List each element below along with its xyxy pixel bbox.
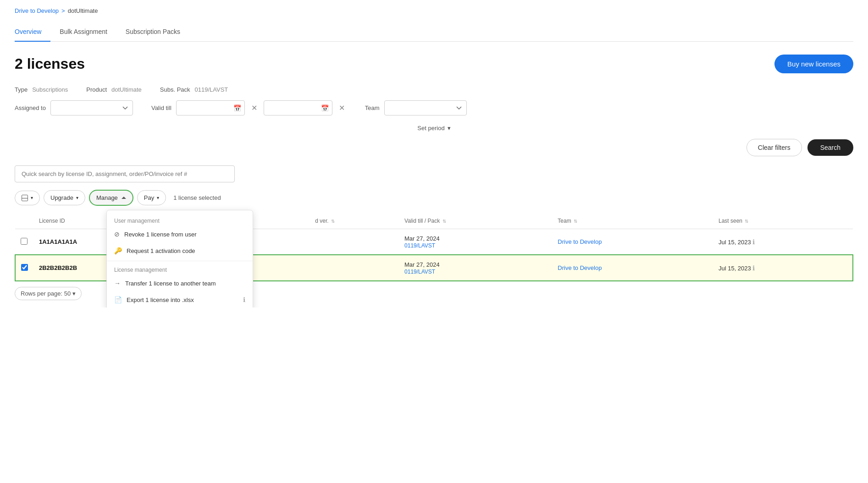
subs-pack-value: 0119/LAVST	[195, 86, 228, 93]
row2-pack-link[interactable]: 0119/LAVST	[404, 269, 435, 275]
col-checkbox	[15, 213, 33, 229]
row1-pack-link[interactable]: 0119/LAVST	[404, 242, 435, 249]
checkbox-dropdown-button[interactable]: ― ▾	[15, 191, 40, 205]
row1-dver-cell	[310, 229, 399, 255]
assigned-to-label: Assigned to	[15, 104, 46, 111]
rows-per-page-label: Rows per page: 50	[21, 290, 71, 297]
manage-up-arrow-icon	[122, 197, 126, 199]
set-period-chevron-icon: ▾	[448, 125, 451, 132]
row2-last-seen: Jul 15, 2023	[719, 265, 751, 272]
row2-team-link[interactable]: Drive to Develop	[558, 264, 602, 271]
row1-valid-till: Mar 27, 2024	[404, 235, 547, 242]
filters-section: Type Subscriptions Product dotUltimate S…	[15, 86, 853, 156]
manage-button[interactable]: Manage	[89, 190, 133, 206]
filter-product-group: Product dotUltimate	[86, 86, 142, 93]
filter-row-2: Assigned to Valid till 📅 ✕ 📅 ✕	[15, 100, 853, 115]
export-icon: 📄	[114, 296, 122, 303]
row1-last-seen-cell: Jul 15, 2023 ℹ	[713, 229, 853, 255]
valid-till-date-from[interactable]	[176, 100, 245, 115]
valid-till-label: Valid till	[151, 104, 171, 111]
rows-per-page-dropdown[interactable]: Rows per page: 50 ▾	[15, 287, 82, 300]
quick-search-input[interactable]	[15, 165, 235, 182]
clear-filters-button[interactable]: Clear filters	[746, 139, 802, 156]
manage-label: Manage	[96, 194, 118, 201]
tab-subscription-packs[interactable]: Subscription Packs	[116, 23, 189, 42]
row1-license-id: 1A1A1A1A1A	[39, 238, 77, 245]
request-activation-item[interactable]: 🔑 Request 1 activation code	[107, 242, 253, 259]
product-value: dotUltimate	[111, 86, 142, 93]
revoke-license-item[interactable]: ⊘ Revoke 1 license from user	[107, 226, 253, 242]
search-button[interactable]: Search	[807, 139, 853, 156]
revoke-label: Revoke 1 license from user	[124, 231, 197, 238]
row2-license-id: 2B2B2B2B2B	[39, 264, 77, 271]
valid-till-date-to[interactable]	[264, 100, 332, 115]
breadcrumb-separator: >	[61, 7, 65, 14]
breadcrumb-parent[interactable]: Drive to Develop	[15, 7, 59, 14]
row2-info-icon[interactable]: ℹ	[752, 264, 755, 272]
row1-info-icon[interactable]: ℹ	[752, 238, 755, 246]
row1-team-link[interactable]: Drive to Develop	[558, 238, 602, 245]
indeterminate-checkbox-icon: ―	[22, 195, 28, 201]
breadcrumb-current: dotUltimate	[68, 7, 98, 14]
buy-new-licenses-button[interactable]: Buy new licenses	[774, 55, 853, 73]
breadcrumb: Drive to Develop > dotUltimate	[15, 7, 853, 14]
row1-last-seen: Jul 15, 2023	[719, 239, 751, 246]
pay-button[interactable]: Pay ▾	[137, 190, 166, 205]
d-ver-sort-icon: ⇅	[331, 219, 335, 224]
transfer-label: Transfer 1 license to another team	[125, 280, 216, 287]
valid-till-group: Valid till 📅 ✕ 📅 ✕	[151, 100, 347, 115]
license-management-section-label: License management	[107, 263, 253, 275]
clear-date-from-button[interactable]: ✕	[249, 103, 259, 113]
row2-valid-till: Mar 27, 2024	[404, 261, 547, 268]
row1-valid-till-cell: Mar 27, 2024 0119/LAVST	[399, 229, 552, 255]
row2-valid-till-cell: Mar 27, 2024 0119/LAVST	[399, 255, 552, 281]
toolbar: ― ▾ Upgrade ▾ Manage Pay ▾ 1 license sel…	[15, 190, 853, 206]
assigned-to-select[interactable]	[50, 100, 133, 115]
set-period-label: Set period	[417, 125, 444, 132]
type-label: Type	[15, 86, 28, 93]
revoke-icon: ⊘	[114, 231, 120, 238]
col-d-ver: d ver. ⇅	[310, 213, 399, 229]
set-period-dropdown[interactable]: Set period ▾	[417, 125, 450, 132]
subs-pack-label: Subs. Pack	[160, 86, 190, 93]
rows-per-page-chevron-icon: ▾	[72, 290, 76, 297]
transfer-license-item[interactable]: → Transfer 1 license to another team	[107, 275, 253, 291]
tab-overview[interactable]: Overview	[15, 23, 50, 42]
key-icon: 🔑	[114, 247, 122, 254]
pay-chevron-icon: ▾	[157, 195, 159, 200]
row2-checkbox-cell[interactable]	[15, 255, 33, 281]
export-license-item[interactable]: 📄 Export 1 license into .xlsx ℹ	[107, 291, 253, 307]
transfer-icon: →	[114, 280, 121, 287]
selected-info: 1 license selected	[173, 194, 221, 201]
valid-till-date-to-wrap: 📅	[264, 100, 332, 115]
export-info-icon: ℹ	[243, 296, 245, 303]
checkbox-chevron-icon: ▾	[31, 195, 33, 200]
clear-date-to-button[interactable]: ✕	[337, 103, 347, 113]
upgrade-chevron-icon: ▾	[76, 195, 78, 200]
team-select[interactable]	[384, 100, 467, 115]
licenses-count: 2 licenses	[15, 55, 85, 72]
valid-till-sort-icon: ⇅	[442, 219, 446, 224]
col-last-seen: Last seen ⇅	[713, 213, 853, 229]
upgrade-button[interactable]: Upgrade ▾	[44, 190, 85, 205]
valid-till-date-from-wrap: 📅	[176, 100, 245, 115]
tab-bulk-assignment[interactable]: Bulk Assignment	[50, 23, 116, 42]
filter-subs-pack-group: Subs. Pack 0119/LAVST	[160, 86, 228, 93]
col-valid-till: Valid till / Pack ⇅	[399, 213, 552, 229]
upgrade-label: Upgrade	[50, 194, 73, 201]
activation-label: Request 1 activation code	[127, 247, 195, 254]
row2-team-cell: Drive to Develop	[552, 255, 713, 281]
dropdown-divider	[107, 261, 253, 261]
product-label: Product	[86, 86, 107, 93]
row1-team-cell: Drive to Develop	[552, 229, 713, 255]
col-team: Team ⇅	[552, 213, 713, 229]
row2-checkbox[interactable]	[21, 264, 28, 271]
filter-actions: Clear filters Search	[15, 139, 853, 156]
team-sort-icon: ⇅	[574, 219, 577, 224]
user-management-section-label: User management	[107, 214, 253, 226]
pay-label: Pay	[144, 194, 154, 201]
tabs: Overview Bulk Assignment Subscription Pa…	[15, 23, 853, 42]
row1-checkbox[interactable]	[21, 238, 28, 245]
row2-last-seen-cell: Jul 15, 2023 ℹ	[713, 255, 853, 281]
row1-checkbox-cell[interactable]	[15, 229, 33, 255]
